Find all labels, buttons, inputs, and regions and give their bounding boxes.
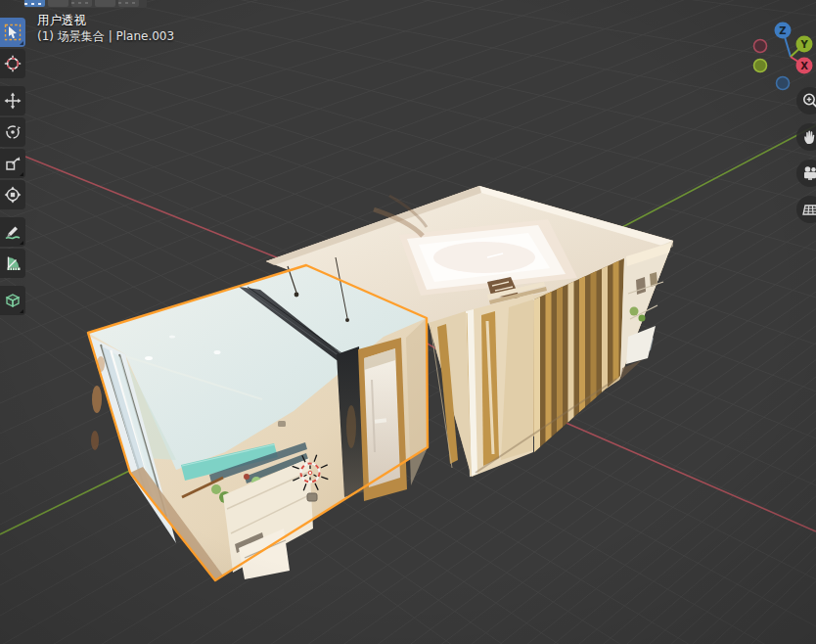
view-mode-label: 用户透视 [37,12,174,28]
tool-add-cube[interactable] [0,286,25,315]
move-icon [4,92,22,110]
cursor-tool-icon [4,55,22,72]
subtool-indicator [20,241,23,245]
gizmo-x-label: X [800,61,808,71]
gizmo-minus-z-ball[interactable] [777,77,790,90]
select-mode-bar [23,0,147,8]
tool-select-box[interactable] [0,18,25,47]
gizmo-y-label: Y [799,39,808,50]
viewport-nav-buttons [796,87,816,232]
zoom-button[interactable] [796,87,816,115]
tool-shelf [0,18,26,317]
tool-cursor[interactable] [0,49,25,78]
tool-scale[interactable] [0,149,25,178]
viewport-hud: 用户透视 (1) 场景集合 | Plane.003 [37,12,174,44]
magnifier-plus-icon [799,90,816,112]
tool-move[interactable] [0,86,25,115]
camera-view-button[interactable] [796,160,816,187]
select-box-icon [4,23,22,41]
subtool-indicator [20,309,23,313]
subtool-indicator [20,41,23,45]
mode-select-lasso-button[interactable] [95,0,115,7]
mode-select-circle-button[interactable] [71,0,92,7]
tool-transform[interactable] [0,180,25,209]
measure-protractor-icon [4,254,22,272]
add-cube-icon [4,292,22,309]
viewport-canvas[interactable] [0,0,816,644]
mode-cursor-button[interactable] [118,0,139,7]
gizmo-minus-y-ball[interactable] [754,60,767,72]
scale-icon [4,155,22,172]
pan-button[interactable] [796,123,816,151]
annotate-pencil-icon [4,223,22,241]
gizmo-z-label: Z [779,25,786,36]
tool-measure[interactable] [0,249,25,278]
grid-perspective-icon [799,199,816,220]
scene-breadcrumb: (1) 场景集合 | Plane.003 [37,28,174,44]
tool-annotate[interactable] [0,217,25,247]
navigation-gizmo[interactable]: Z Y X [741,8,816,98]
camera-icon [799,162,816,184]
mode-select-box-button[interactable] [48,0,68,7]
vignette [0,0,816,644]
tool-rotate[interactable] [0,117,25,147]
transform-icon [4,186,22,204]
hand-icon [799,126,816,148]
orthographic-toggle-button[interactable] [796,196,816,223]
gizmo-minus-x-ball[interactable] [754,40,767,53]
mode-tweak-button[interactable] [24,0,45,7]
blender-3d-viewport[interactable]: 用户透视 (1) 场景集合 | Plane.003 [0,0,816,644]
subtool-indicator [20,172,23,176]
rotate-icon [4,123,22,141]
